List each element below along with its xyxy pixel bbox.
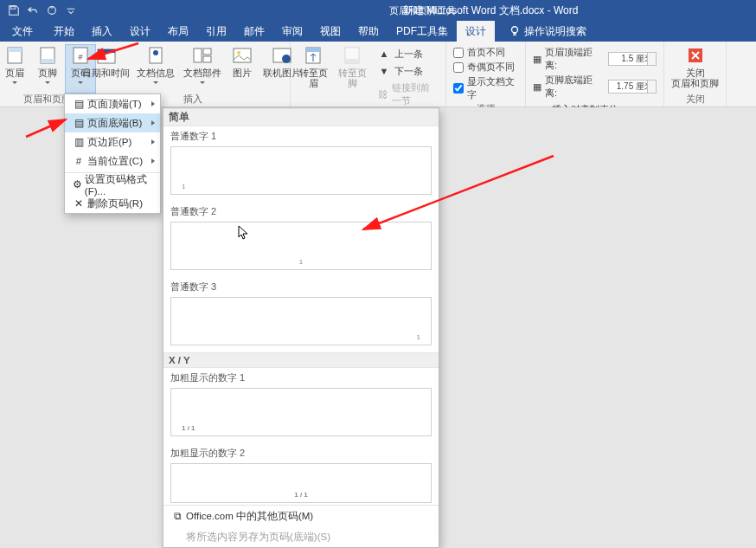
page-number-gallery: 简单 普通数字 1 1 普通数字 2 1 普通数字 3 1 X / Y 加粗显示… — [163, 107, 439, 548]
show-doc-text-checkbox[interactable]: 显示文档文字 — [452, 74, 520, 102]
gallery-item-plain2[interactable]: 1 — [170, 222, 432, 270]
save-icon[interactable] — [7, 3, 21, 17]
date-time-button[interactable]: 日期和时间 — [82, 45, 131, 93]
goto-footer-button[interactable]: 转至页脚 — [335, 45, 370, 109]
tab-insert[interactable]: 插入 — [83, 21, 121, 42]
gallery-item-plain1[interactable]: 1 — [170, 146, 432, 195]
menu-page-top-label: 页面顶端(T) — [87, 98, 142, 111]
page-number-menu: ▤页面顶端(T) ▤页面底端(B) ▥页边距(P) #当前位置(C) ⚙设置页码… — [64, 93, 161, 214]
page-top-icon: ▤ — [70, 98, 87, 110]
page-bottom-icon: ▤ — [70, 117, 87, 129]
gallery-save-selection[interactable]: 将所选内容另存为页码(底端)(S) — [163, 526, 439, 547]
odd-even-different-checkbox[interactable]: 奇偶页不同 — [452, 60, 520, 74]
svg-rect-16 — [234, 48, 251, 62]
menu-page-margins-label: 页边距(P) — [87, 136, 131, 149]
goto-header-icon — [303, 45, 324, 66]
header-icon — [4, 45, 25, 66]
previous-label: 上一条 — [394, 48, 423, 61]
next-label: 下一条 — [394, 65, 423, 78]
svg-point-2 — [512, 27, 518, 33]
office-icon: ⧉ — [169, 511, 186, 522]
svg-rect-15 — [203, 56, 211, 62]
svg-rect-23 — [345, 59, 359, 63]
footer-bottom-spinner[interactable]: 1.75 厘米 — [608, 80, 657, 93]
svg-rect-14 — [203, 48, 211, 55]
header-label: 页眉 — [5, 68, 24, 78]
group-label-close: 关闭 — [686, 93, 705, 106]
prev-icon: ▲ — [377, 47, 391, 61]
group-position: ▦页眉顶端距离:1.5 厘米 ▦页脚底端距离:1.75 厘米 ⇥插入对齐制表位 … — [526, 42, 664, 106]
group-label-insert: 插入 — [183, 93, 202, 106]
tab-home[interactable]: 开始 — [45, 21, 83, 42]
tab-view[interactable]: 视图 — [311, 21, 349, 42]
qat-customize-icon[interactable] — [64, 3, 78, 17]
menu-current-label: 当前位置(C) — [87, 155, 143, 168]
calendar-icon — [96, 45, 117, 66]
next-section-button[interactable]: ▼下一条 — [374, 62, 440, 80]
next-icon: ▼ — [377, 64, 391, 78]
menu-remove-label: 删除页码(R) — [87, 197, 143, 210]
svg-rect-13 — [194, 48, 202, 62]
menu-format-label: 设置页码格式(F)... — [85, 173, 155, 197]
tab-file[interactable]: 文件 — [0, 21, 45, 42]
link-previous-label: 链接到前一节 — [392, 81, 437, 107]
gallery-item-plain3-label: 普通数字 3 — [163, 277, 439, 293]
svg-rect-0 — [11, 7, 16, 10]
svg-point-12 — [153, 50, 158, 55]
menu-page-margins[interactable]: ▥页边距(P) — [65, 132, 160, 152]
gallery-item-plain2-label: 普通数字 2 — [163, 202, 439, 218]
close-hf-button[interactable]: 关闭 页眉和页脚 — [670, 45, 721, 93]
header-button[interactable]: 页眉 — [0, 45, 29, 93]
tab-mailings[interactable]: 邮件 — [235, 21, 273, 42]
doc-parts-button[interactable]: 文档部件 — [181, 45, 224, 93]
tab-help[interactable]: 帮助 — [349, 21, 388, 42]
tab-layout[interactable]: 布局 — [159, 21, 197, 42]
gallery-item-bold1[interactable]: 1 / 1 — [170, 388, 432, 436]
tell-me-label: 操作说明搜索 — [524, 24, 586, 39]
lightbulb-icon — [509, 25, 521, 37]
gallery-office-more[interactable]: ⧉Office.com 中的其他页码(M) — [163, 506, 439, 526]
odd-even-label: 奇偶页不同 — [467, 61, 515, 74]
tell-me-search[interactable]: 操作说明搜索 — [509, 21, 586, 42]
gallery-item-bold2[interactable]: 1 / 1 — [170, 463, 432, 503]
footer-button[interactable]: 页脚 — [33, 45, 62, 93]
current-pos-icon: # — [70, 156, 87, 166]
menu-page-bottom[interactable]: ▤页面底端(B) — [65, 113, 160, 132]
tab-review[interactable]: 审阅 — [273, 21, 311, 42]
svg-rect-21 — [306, 48, 320, 52]
menu-page-bottom-label: 页面底端(B) — [87, 117, 142, 130]
menu-current-position[interactable]: #当前位置(C) — [65, 152, 160, 171]
online-picture-icon — [272, 45, 292, 66]
svg-point-17 — [237, 51, 240, 55]
picture-icon — [232, 45, 253, 66]
tab-design[interactable]: 设计 — [121, 21, 159, 42]
page-margins-icon: ▥ — [70, 136, 87, 148]
tab-hf-design[interactable]: 设计 — [457, 21, 495, 42]
goto-header-button[interactable]: 转至页眉 — [296, 45, 331, 109]
tab-references[interactable]: 引用 — [197, 21, 235, 42]
menu-remove-page-number[interactable]: ✕删除页码(R) — [65, 194, 160, 213]
pictures-button[interactable]: 图片 — [227, 45, 257, 93]
menu-format-page-number[interactable]: ⚙设置页码格式(F)... — [65, 175, 160, 194]
gallery-item-plain1-label: 普通数字 1 — [163, 126, 439, 143]
doc-info-button[interactable]: 文档信息 — [134, 45, 177, 93]
doc-parts-icon — [192, 45, 213, 66]
gallery-footer: ⧉Office.com 中的其他页码(M) 将所选内容另存为页码(底端)(S) — [163, 505, 439, 547]
footer-label: 页脚 — [38, 68, 57, 78]
tab-pdf[interactable]: PDF工具集 — [388, 21, 457, 42]
redo-icon[interactable] — [45, 3, 59, 17]
goto-header-label: 转至页眉 — [296, 68, 331, 88]
gallery-item-bold2-label: 加粗显示的数字 2 — [163, 443, 439, 460]
first-page-different-checkbox[interactable]: 首页不同 — [452, 45, 520, 60]
remove-icon: ✕ — [70, 197, 87, 210]
previous-section-button[interactable]: ▲上一条 — [374, 45, 440, 62]
undo-icon[interactable] — [26, 3, 40, 17]
gallery-item-plain3[interactable]: 1 — [170, 297, 432, 345]
header-top-spinner[interactable]: 1.5 厘米 — [608, 52, 657, 66]
gallery-category-xy: X / Y — [163, 352, 439, 368]
quick-access-toolbar — [0, 3, 78, 17]
header-top-icon: ▦ — [533, 54, 541, 65]
group-navigation: 转至页眉 转至页脚 ▲上一条 ▼下一条 ⛓链接到前一节 导航 — [291, 42, 446, 106]
menu-page-top[interactable]: ▤页面顶端(T) — [65, 94, 160, 113]
mouse-cursor-icon — [238, 225, 250, 241]
